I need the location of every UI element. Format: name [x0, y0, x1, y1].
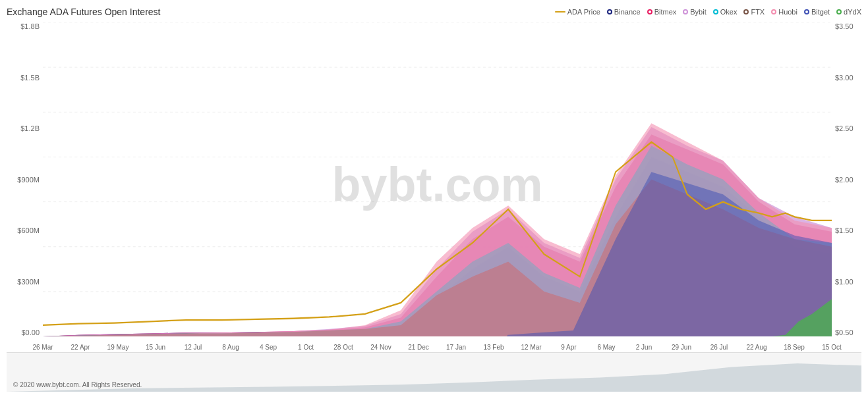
- legend-item-bitmex: Bitmex: [647, 8, 677, 16]
- x-axis-label: 13 Feb: [483, 344, 504, 351]
- y-right-label: $1.00: [835, 278, 861, 286]
- legend-label: dYdX: [844, 8, 861, 16]
- x-axis-label: 22 Apr: [71, 344, 90, 351]
- y-left-label: $1.5B: [7, 74, 40, 82]
- x-axis-label: 26 Jul: [710, 344, 728, 351]
- x-axis-label: 28 Oct: [333, 344, 353, 351]
- x-axis-label: 19 May: [107, 344, 129, 351]
- chart-title: Exchange ADA Futures Open Interest: [7, 7, 160, 17]
- chart-area: bybt.com: [43, 22, 832, 351]
- x-axis-label: 9 Apr: [561, 344, 576, 351]
- legend-dot-icon: [836, 9, 842, 14]
- legend-label: Huobi: [778, 8, 797, 16]
- y-right-label: $0.50: [835, 329, 861, 336]
- legend-dot-icon: [713, 9, 718, 14]
- x-axis-label: 12 Mar: [521, 344, 541, 351]
- x-axis-label: 18 Sep: [784, 344, 805, 351]
- legend-item-bitget: Bitget: [804, 8, 830, 16]
- x-axis-label: 2 Jun: [636, 344, 652, 351]
- legend-dot-icon: [743, 9, 749, 14]
- y-left-label: $900M: [7, 176, 40, 184]
- legend-dot-icon: [607, 9, 612, 14]
- y-right-label: $3.50: [835, 22, 861, 30]
- footer-copyright: © 2020 www.bybt.com. All Rights Reserved…: [13, 381, 142, 388]
- y-left-label: $1.2B: [7, 124, 40, 132]
- x-axis-label: 12 Jul: [185, 344, 202, 351]
- x-axis-label: 8 Aug: [222, 344, 239, 351]
- legend-dot-icon: [804, 9, 809, 14]
- y-axis-right: $3.50$3.00$2.50$2.00$1.50$1.00$0.50: [832, 22, 861, 351]
- main-chart-svg: [43, 22, 832, 336]
- legend-item-ada-price: ADA Price: [555, 8, 600, 16]
- legend-item-dydx: dYdX: [836, 8, 861, 16]
- y-right-label: $3.00: [835, 74, 861, 82]
- y-left-label: $600M: [7, 226, 40, 234]
- legend-item-binance: Binance: [607, 8, 641, 16]
- x-axis-label: 15 Oct: [822, 344, 841, 351]
- legend-label: Bitmex: [654, 8, 677, 16]
- chart-body: $1.8B$1.5B$1.2B$900M$600M$300M$0.00 bybt…: [7, 22, 861, 351]
- x-axis-label: 26 Mar: [32, 344, 53, 351]
- x-axis-label: 1 Oct: [298, 344, 314, 351]
- legend-label: Binance: [614, 8, 641, 16]
- y-right-label: $1.50: [835, 226, 861, 234]
- legend: ADA PriceBinanceBitmexBybitOkexFTXHuobiB…: [555, 8, 861, 16]
- legend-dot-icon: [683, 9, 688, 14]
- legend-label: ADA Price: [567, 8, 600, 16]
- legend-item-okex: Okex: [713, 8, 738, 16]
- x-axis-label: 21 Dec: [408, 344, 429, 351]
- chart-header: Exchange ADA Futures Open Interest ADA P…: [7, 7, 861, 17]
- y-left-label: $1.8B: [7, 22, 40, 30]
- legend-item-huobi: Huobi: [771, 8, 797, 16]
- legend-dot-icon: [647, 9, 652, 14]
- legend-item-bybit: Bybit: [683, 8, 706, 16]
- footer: © 2020 www.bybt.com. All Rights Reserved…: [7, 352, 861, 392]
- y-left-label: $0.00: [7, 329, 40, 336]
- x-axis: 26 Mar22 Apr19 May15 Jun12 Jul8 Aug4 Sep…: [43, 336, 832, 351]
- x-axis-label: 29 Jun: [672, 344, 691, 351]
- legend-line-icon: [555, 11, 565, 13]
- y-left-label: $300M: [7, 278, 40, 286]
- x-axis-label: 4 Sep: [260, 344, 277, 351]
- x-axis-label: 15 Jun: [146, 344, 165, 351]
- legend-label: Bybit: [690, 8, 706, 16]
- y-axis-left: $1.8B$1.5B$1.2B$900M$600M$300M$0.00: [7, 22, 43, 351]
- y-right-label: $2.00: [835, 176, 861, 184]
- legend-item-ftx: FTX: [743, 8, 765, 16]
- y-right-label: $2.50: [835, 124, 861, 132]
- x-axis-label: 6 May: [597, 344, 615, 351]
- x-axis-label: 17 Jan: [446, 344, 466, 351]
- legend-label: FTX: [751, 8, 765, 16]
- legend-label: Okex: [720, 8, 738, 16]
- x-axis-label: 22 Aug: [746, 344, 767, 351]
- x-axis-label: 24 Nov: [370, 344, 391, 351]
- chart-container: Exchange ADA Futures Open Interest ADA P…: [0, 0, 868, 395]
- legend-dot-icon: [771, 9, 776, 14]
- legend-label: Bitget: [811, 8, 830, 16]
